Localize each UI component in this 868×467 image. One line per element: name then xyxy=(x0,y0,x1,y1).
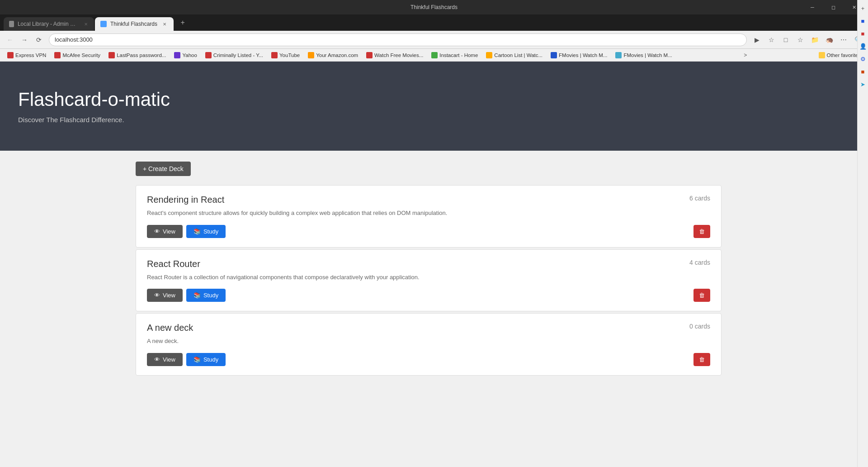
edge-sidebar-icon-6[interactable]: ■ xyxy=(859,67,868,76)
deck-title-2: React Router xyxy=(147,259,200,269)
maximize-button[interactable]: ◻ xyxy=(823,0,844,14)
title-bar: Thinkful Flashcards ─ ◻ ✕ xyxy=(0,0,868,14)
hero-section: Flashcard-o-matic Discover The Flashcard… xyxy=(0,62,857,151)
study-label-1: Study xyxy=(203,228,218,235)
view-button-1[interactable]: 👁 View xyxy=(147,225,183,238)
edge-sidebar-icon-3[interactable]: ■ xyxy=(859,29,868,38)
title-bar-controls: ─ ◻ ✕ xyxy=(802,0,864,14)
tab-thinkful[interactable]: Thinkful Flashcards ✕ xyxy=(95,17,174,31)
deck-actions-1: 👁 View 📚 Study 🗑 xyxy=(147,225,710,238)
tab-title-1: Local Library - Admin Dashboard xyxy=(18,21,80,27)
edge-sidebar: + ■ ■ 👤 ⚙ ■ ➤ xyxy=(857,0,868,467)
deck-buttons-2: 👁 View 📚 Study xyxy=(147,289,226,302)
tab-bar: Local Library - Admin Dashboard ✕ Thinkf… xyxy=(0,14,868,31)
trash-icon-1: 🗑 xyxy=(699,228,705,235)
bookmark-favicon-5 xyxy=(205,52,212,58)
deck-card-2: React Router 4 cards React Router is a c… xyxy=(136,249,722,312)
view-icon-3: 👁 xyxy=(154,356,160,363)
bookmark-cartoon-list[interactable]: Cartoon List | Watc... xyxy=(482,51,546,59)
deck-buttons-1: 👁 View 📚 Study xyxy=(147,225,226,238)
study-icon-2: 📚 xyxy=(193,292,201,299)
study-button-2[interactable]: 📚 Study xyxy=(186,289,226,302)
bookmark-lastpass[interactable]: LastPass password... xyxy=(105,51,170,59)
deck-card-3: A new deck 0 cards A new deck. 👁 View 📚 … xyxy=(136,313,722,376)
other-favorites-label: Other favorites xyxy=(827,52,861,58)
bookmark-favicon-1 xyxy=(7,52,14,58)
new-tab-button[interactable]: + xyxy=(176,16,189,29)
toolbar: ← → ⟳ localhost:3000 ▶ ☆ □ ☆ 📁 🦔 ⋯ 🔍 xyxy=(0,31,868,49)
create-deck-label: + Create Deck xyxy=(143,165,184,172)
edge-sidebar-icon-1[interactable]: + xyxy=(859,4,868,13)
bookmark-favicon-10 xyxy=(486,52,492,58)
deck-desc-3: A new deck. xyxy=(147,337,710,346)
hero-subtitle: Discover The Flashcard Difference. xyxy=(18,116,839,124)
bookmark-label-11: FMovies | Watch M... xyxy=(559,52,607,58)
deck-card-1: Rendering in React 6 cards React's compo… xyxy=(136,185,722,248)
more-tools-icon[interactable]: ⋯ xyxy=(837,33,850,46)
extensions-icon[interactable]: 🦔 xyxy=(823,33,835,46)
bookmark-mcafee[interactable]: McAfee Security xyxy=(51,51,104,59)
tab-close-1[interactable]: ✕ xyxy=(83,20,89,28)
view-label-3: View xyxy=(163,356,175,363)
favorites-icon[interactable]: ☆ xyxy=(765,33,778,46)
deck-buttons-3: 👁 View 📚 Study xyxy=(147,353,226,366)
view-label-2: View xyxy=(163,292,175,299)
edge-sidebar-icon-5[interactable]: ⚙ xyxy=(859,54,868,63)
window-title: Thinkful Flashcards xyxy=(410,4,458,10)
bookmarks-more-button[interactable]: > xyxy=(741,51,750,59)
view-button-2[interactable]: 👁 View xyxy=(147,289,183,302)
deck-desc-1: React's component structure allows for q… xyxy=(147,209,710,218)
bookmark-fmovies1[interactable]: FMovies | Watch M... xyxy=(547,51,611,59)
address-bar[interactable]: localhost:3000 xyxy=(49,33,747,46)
view-button-3[interactable]: 👁 View xyxy=(147,353,183,366)
edge-sidebar-icon-4[interactable]: 👤 xyxy=(859,42,868,51)
bookmark-label-6: YouTube xyxy=(279,52,300,58)
deck-actions-3: 👁 View 📚 Study 🗑 xyxy=(147,353,710,366)
bookmark-watch-movies[interactable]: Watch Free Movies... xyxy=(363,51,427,59)
bookmark-favicon-2 xyxy=(54,52,61,58)
toolbar-icons: ▶ ☆ □ ☆ 📁 🦔 ⋯ 🔍 xyxy=(750,33,864,46)
deck-actions-2: 👁 View 📚 Study 🗑 xyxy=(147,289,710,302)
bookmark-label-4: Yahoo xyxy=(182,52,197,58)
tab-title-2: Thinkful Flashcards xyxy=(110,21,157,27)
study-button-1[interactable]: 📚 Study xyxy=(186,225,226,238)
study-label-3: Study xyxy=(203,356,218,363)
tab-favicon-2 xyxy=(100,21,107,27)
main-content: + Create Deck Rendering in React 6 cards… xyxy=(0,151,857,467)
back-button[interactable]: ← xyxy=(4,33,16,46)
delete-button-1[interactable]: 🗑 xyxy=(693,225,710,238)
bookmark-yahoo[interactable]: Yahoo xyxy=(170,51,200,59)
bookmark-favicon-3 xyxy=(108,52,115,58)
bookmark-label-1: Express VPN xyxy=(15,52,46,58)
bookmark-favicon-8 xyxy=(366,52,373,58)
read-aloud-icon[interactable]: ▶ xyxy=(750,33,763,46)
tab-local-library[interactable]: Local Library - Admin Dashboard ✕ xyxy=(4,17,94,31)
bookmark-express-vpn[interactable]: Express VPN xyxy=(4,51,50,59)
delete-button-3[interactable]: 🗑 xyxy=(693,353,710,366)
minimize-button[interactable]: ─ xyxy=(802,0,823,14)
bookmark-favicon-12 xyxy=(615,52,622,58)
bookmark-amazon[interactable]: Your Amazon.com xyxy=(304,51,362,59)
delete-button-2[interactable]: 🗑 xyxy=(693,289,710,302)
study-button-3[interactable]: 📚 Study xyxy=(186,353,226,366)
tab-close-2[interactable]: ✕ xyxy=(161,20,168,28)
bookmark-fmovies2[interactable]: FMovies | Watch M... xyxy=(612,51,675,59)
split-screen-icon[interactable]: □ xyxy=(779,33,792,46)
edge-sidebar-icon-2[interactable]: ■ xyxy=(859,16,868,25)
bookmarks-bar: Express VPN McAfee Security LastPass pas… xyxy=(0,49,868,62)
forward-button[interactable]: → xyxy=(18,33,31,46)
bookmark-label-2: McAfee Security xyxy=(62,52,100,58)
bookmark-instacart[interactable]: Instacart - Home xyxy=(428,51,481,59)
edge-sidebar-icon-7[interactable]: ➤ xyxy=(859,80,868,89)
bookmark-criminally-listed[interactable]: Criminally Listed - Y... xyxy=(202,51,267,59)
bookmark-favicon-7 xyxy=(308,52,314,58)
bookmark-label-5: Criminally Listed - Y... xyxy=(213,52,263,58)
address-text: localhost:3000 xyxy=(55,36,93,43)
create-deck-button[interactable]: + Create Deck xyxy=(136,162,191,176)
refresh-button[interactable]: ⟳ xyxy=(33,33,45,46)
bookmark-youtube[interactable]: YouTube xyxy=(268,51,303,59)
deck-count-1: 6 cards xyxy=(689,195,710,202)
bookmark-favicon-11 xyxy=(551,52,557,58)
collections-icon[interactable]: 📁 xyxy=(808,33,821,46)
browser-favorites-icon[interactable]: ☆ xyxy=(794,33,807,46)
